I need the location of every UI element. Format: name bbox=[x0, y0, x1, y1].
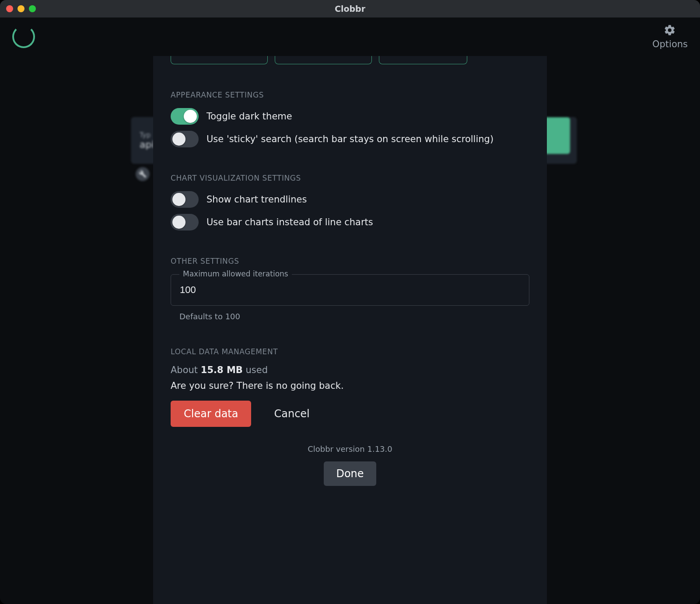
app-logo-icon bbox=[12, 25, 35, 48]
storage-amount: 15.8 MB bbox=[201, 365, 243, 375]
settings-modal: APPEARANCE SETTINGS Toggle dark theme Us… bbox=[153, 56, 547, 604]
local-data-heading: LOCAL DATA MANAGEMENT bbox=[171, 347, 529, 356]
modal-tab-outline[interactable] bbox=[275, 56, 372, 64]
clear-data-button[interactable]: Clear data bbox=[171, 401, 251, 427]
max-iterations-field: Maximum allowed iterations bbox=[171, 274, 529, 306]
storage-used-line: About 15.8 MB used bbox=[171, 365, 529, 375]
dark-theme-label: Toggle dark theme bbox=[206, 110, 292, 123]
modal-tab-outline[interactable] bbox=[379, 56, 467, 64]
version-text: Clobbr version 1.13.0 bbox=[171, 444, 529, 454]
bar-charts-toggle[interactable] bbox=[171, 214, 199, 230]
bar-charts-label: Use bar charts instead of line charts bbox=[206, 216, 373, 229]
max-iterations-input[interactable] bbox=[171, 274, 529, 306]
done-button[interactable]: Done bbox=[324, 461, 376, 486]
modal-scroll-area[interactable]: APPEARANCE SETTINGS Toggle dark theme Us… bbox=[153, 56, 547, 604]
bar-charts-row: Use bar charts instead of line charts bbox=[171, 214, 529, 230]
max-iterations-helper: Defaults to 100 bbox=[179, 312, 529, 321]
chart-heading: CHART VISUALIZATION SETTINGS bbox=[171, 174, 529, 182]
appearance-heading: APPEARANCE SETTINGS bbox=[171, 91, 529, 99]
options-label: Options bbox=[652, 39, 688, 49]
modal-tab-outline[interactable] bbox=[171, 56, 268, 64]
app-body: Typ api APPEARANCE SETTINGS Toggle bbox=[0, 56, 700, 604]
wrench-icon bbox=[139, 170, 147, 178]
max-iterations-label: Maximum allowed iterations bbox=[179, 269, 292, 278]
titlebar: Clobbr bbox=[0, 0, 700, 17]
gear-icon bbox=[664, 24, 676, 36]
app-header: Options bbox=[0, 17, 700, 56]
cancel-button[interactable]: Cancel bbox=[261, 401, 322, 427]
clear-data-actions: Clear data Cancel bbox=[171, 401, 529, 427]
trendlines-label: Show chart trendlines bbox=[206, 193, 307, 206]
sticky-search-label: Use 'sticky' search (search bar stays on… bbox=[206, 133, 494, 146]
other-heading: OTHER SETTINGS bbox=[171, 257, 529, 265]
sticky-search-toggle[interactable] bbox=[171, 131, 199, 147]
app-window: Clobbr Options Typ api bbox=[0, 0, 700, 604]
trendlines-row: Show chart trendlines bbox=[171, 191, 529, 208]
sticky-search-row: Use 'sticky' search (search bar stays on… bbox=[171, 131, 529, 147]
window-title: Clobbr bbox=[0, 4, 700, 14]
dark-theme-row: Toggle dark theme bbox=[171, 108, 529, 125]
dark-theme-toggle[interactable] bbox=[171, 108, 199, 125]
clear-confirm-text: Are you sure? There is no going back. bbox=[171, 381, 529, 391]
trendlines-toggle[interactable] bbox=[171, 191, 199, 208]
options-button[interactable]: Options bbox=[652, 24, 688, 49]
modal-top-tabs bbox=[171, 56, 529, 80]
settings-chip-blurred bbox=[136, 167, 150, 181]
